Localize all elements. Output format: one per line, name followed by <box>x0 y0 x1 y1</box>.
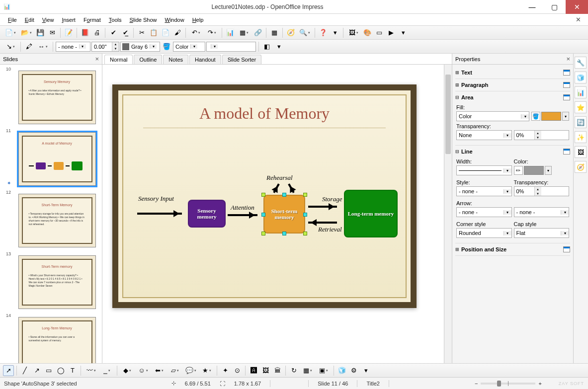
section-line[interactable]: ⊟Line <box>455 148 570 156</box>
redo-button[interactable]: ↷ <box>204 27 219 38</box>
presentation-button[interactable]: ▶ <box>386 27 397 38</box>
arrow-end-select[interactable]: - none -▾ <box>514 207 570 217</box>
popout-icon[interactable] <box>563 149 570 155</box>
rotate-tool[interactable]: ↻ <box>288 365 299 376</box>
interaction-tool[interactable]: ⚙ <box>348 365 359 376</box>
section-paragraph[interactable]: ⊞Paragraph <box>455 81 570 89</box>
area-color-combo[interactable]: ▾ <box>206 42 256 52</box>
box-long-term[interactable]: Long-term memory <box>344 190 398 237</box>
edit-file-button[interactable]: 📝 <box>63 27 74 38</box>
hyperlink-button[interactable]: 🔗 <box>252 27 263 38</box>
section-area[interactable]: ⊟Area <box>455 93 570 101</box>
fill-color-swatch[interactable]: 🪣▾ <box>531 111 569 121</box>
tab-sorter[interactable]: Slide Sorter <box>222 55 261 64</box>
sidetab-gallery[interactable]: 🖼 <box>575 146 587 158</box>
export-pdf-button[interactable]: 📕 <box>80 27 90 38</box>
gallery-tool[interactable]: 🏛 <box>272 365 283 376</box>
zoom-button[interactable]: 🔍 <box>297 27 312 38</box>
shadow-button[interactable]: ◧ <box>261 41 272 52</box>
toolbar-overflow-2[interactable]: ▾ <box>398 27 409 38</box>
sidetab-navigator[interactable]: 🧭 <box>575 161 587 173</box>
menu-format[interactable]: Format <box>80 15 105 24</box>
extrusion-tool[interactable]: 🧊 <box>336 365 347 376</box>
slide-design-button[interactable]: 🎨 <box>362 27 373 38</box>
properties-close[interactable]: × <box>566 55 570 63</box>
line-color-swatch[interactable]: ✏▾ <box>514 165 570 175</box>
text-tool[interactable]: T <box>67 365 78 376</box>
line-transparency-spinner[interactable]: 0%▲▼ <box>514 186 570 196</box>
slide-thumbnail[interactable]: 12 Short-Term Memory• Temporary storage … <box>2 190 100 251</box>
table-button[interactable]: ▦ <box>237 27 252 38</box>
menu-insert[interactable]: Insert <box>58 15 80 24</box>
vertical-scrollbar[interactable] <box>444 65 452 369</box>
popout-icon[interactable] <box>563 246 570 252</box>
popout-icon[interactable] <box>563 94 570 100</box>
save-button[interactable]: 💾 <box>35 27 46 38</box>
menu-tools[interactable]: Tools <box>105 15 126 24</box>
menu-window[interactable]: Window <box>161 15 188 24</box>
points-tool[interactable]: ✦ <box>220 365 231 376</box>
slide-thumbnail[interactable]: 11 A model of Memory ✦ <box>2 128 100 190</box>
navigator-button[interactable]: 🧭 <box>285 27 296 38</box>
canvas[interactable]: A model of Memory Sensory Input Sensory … <box>102 65 452 377</box>
format-paintbrush-button[interactable]: 🖌 <box>172 27 183 38</box>
sidetab-transition[interactable]: 🔄 <box>575 116 587 128</box>
menu-slideshow[interactable]: Slide Show <box>125 15 161 24</box>
spellcheck-button[interactable]: ✔ <box>108 27 119 38</box>
from-file-tool[interactable]: 🖼 <box>260 365 271 376</box>
rectangle-tool[interactable]: ▭ <box>43 365 54 376</box>
arrow-tool[interactable]: ↗ <box>31 365 42 376</box>
popout-icon[interactable] <box>563 70 570 76</box>
arrow-style-button[interactable]: ↔ <box>35 41 50 52</box>
box-sensory[interactable]: Sensory memory <box>188 200 226 228</box>
undo-button[interactable]: ↶ <box>188 27 203 38</box>
area-style-combo[interactable]: Color▾ <box>173 42 205 52</box>
align-tool[interactable]: ▦ <box>300 365 315 376</box>
grid-button[interactable]: ▦ <box>269 27 280 38</box>
sidetab-master[interactable]: 🧊 <box>575 72 587 83</box>
corner-style-select[interactable]: Rounded▾ <box>456 228 512 238</box>
curve-tool[interactable]: 〰 <box>84 365 98 376</box>
sidetab-effects[interactable]: ✨ <box>575 131 587 143</box>
slide-thumbnail[interactable]: 10 Sensory Memory• A filter you take inf… <box>2 67 100 128</box>
menu-edit[interactable]: Edit <box>21 15 38 24</box>
line-style-select[interactable]: - none -▾ <box>456 186 512 196</box>
help-button[interactable]: ❓ <box>318 27 329 38</box>
menu-file[interactable]: File <box>4 15 21 24</box>
callout-tool[interactable]: 💬 <box>183 365 198 376</box>
select-tool[interactable]: ➚ <box>3 365 14 376</box>
sidetab-properties[interactable]: 🔧 <box>575 57 587 69</box>
menu-help[interactable]: Help <box>188 15 208 24</box>
cut-button[interactable]: ✂ <box>136 27 147 38</box>
cap-style-select[interactable]: Flat▾ <box>514 228 570 238</box>
autospell-button[interactable]: ✔̲ <box>120 27 131 38</box>
toolbar-overflow[interactable]: ▾ <box>330 27 340 38</box>
line-width-select[interactable]: ▾ <box>456 165 512 175</box>
zoom-control[interactable]: − + <box>475 381 550 387</box>
slides-list[interactable]: 10 Sensory Memory• A filter you take inf… <box>0 65 102 377</box>
highlight-icon[interactable]: 🖍 <box>23 41 34 52</box>
sidetab-star[interactable]: ⭐ <box>575 101 587 113</box>
section-position[interactable]: ⊞Position and Size <box>455 245 570 253</box>
ellipse-tool[interactable]: ◯ <box>55 365 66 376</box>
block-arrows-tool[interactable]: ⬅ <box>152 365 167 376</box>
fontwork-tool[interactable]: 🅰 <box>248 365 259 376</box>
new-button[interactable]: 📄 <box>3 27 18 38</box>
transparency-value-spinner[interactable]: 0%▲▼ <box>514 130 570 140</box>
line-width-spinner[interactable]: 0.00"▲▼ <box>91 42 119 52</box>
slides-panel-close[interactable]: × <box>95 55 99 63</box>
minimize-button[interactable]: — <box>521 0 543 14</box>
gluepoints-tool[interactable]: ⊙ <box>232 365 243 376</box>
line-style-combo[interactable]: - none -▾ <box>56 42 90 52</box>
tab-handout[interactable]: Handout <box>189 55 221 64</box>
tab-notes[interactable]: Notes <box>163 55 188 64</box>
transparency-mode-select[interactable]: None▾ <box>456 130 512 140</box>
connector-tool[interactable]: ⎯ <box>99 365 114 376</box>
fill-bucket-icon[interactable]: 🪣 <box>161 41 172 52</box>
chart-button[interactable]: 📊 <box>225 27 236 38</box>
menu-view[interactable]: View <box>38 15 58 24</box>
line-color-combo[interactable]: Gray 6▾ <box>120 42 160 52</box>
slide-layout-button[interactable]: ▭ <box>374 27 385 38</box>
copy-button[interactable]: 📋 <box>148 27 159 38</box>
section-text[interactable]: ⊞Text <box>455 69 570 77</box>
